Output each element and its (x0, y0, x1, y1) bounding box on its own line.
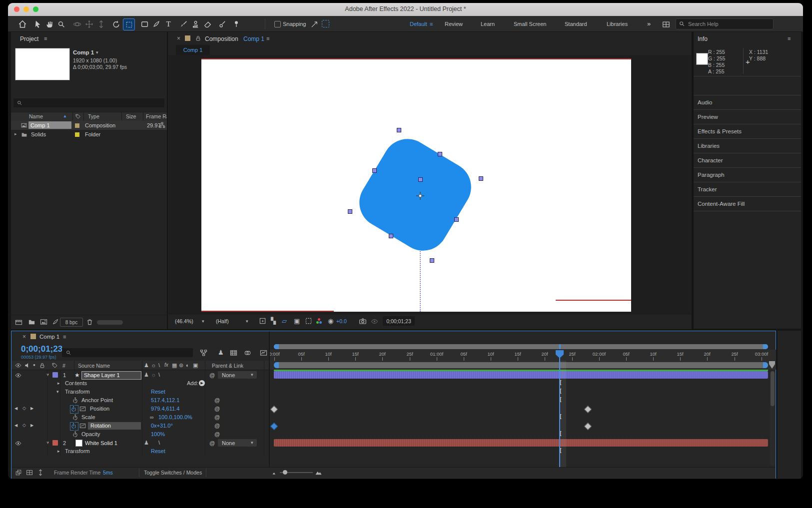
zoom-in-mountain-icon[interactable] (315, 469, 322, 476)
clone-stamp-tool[interactable] (190, 18, 201, 29)
panel-audio[interactable]: Audio (698, 99, 712, 105)
property-label[interactable]: Opacity (81, 431, 100, 437)
transform-reset-link[interactable]: Reset (151, 448, 165, 454)
exposure-icon[interactable]: ◉ (328, 317, 333, 325)
motion-blur-icon[interactable] (244, 349, 251, 357)
project-comp-name[interactable]: Comp 1 (73, 49, 94, 55)
chevron-down-icon[interactable]: ▾ (202, 319, 204, 324)
snap-angle-icon[interactable] (309, 18, 320, 29)
project-panel-menu-icon[interactable]: ≡ (44, 35, 47, 41)
composition-panel-menu-icon[interactable]: ≡ (266, 35, 269, 41)
column-size[interactable]: Size (126, 113, 136, 119)
composition-panel-comp-name[interactable]: Comp 1 (243, 35, 264, 42)
property-value[interactable]: 0x+31.0° (151, 423, 173, 429)
panel-content-aware-fill[interactable]: Content-Aware Fill (698, 201, 745, 207)
snapshot-camera-icon[interactable] (359, 317, 367, 325)
expand-inout-pane-icon[interactable] (37, 469, 44, 476)
time-navigator-track[interactable] (274, 344, 768, 349)
graph-icon[interactable] (79, 423, 86, 429)
layer-label-swatch[interactable] (52, 372, 58, 378)
panel-tracker[interactable]: Tracker (698, 186, 717, 192)
mask-visibility-icon[interactable]: ▱ (282, 317, 287, 325)
column-type[interactable]: Type (88, 113, 99, 119)
exposure-value[interactable]: +0.0 (336, 318, 347, 324)
project-row-name[interactable]: Solids (31, 131, 46, 137)
puppet-pin-tool[interactable] (231, 18, 242, 29)
pen-tool[interactable] (151, 18, 162, 29)
add-property-button[interactable]: ▶ (199, 380, 205, 386)
tag-icon[interactable] (75, 113, 81, 119)
expand-switches-pane-icon[interactable] (26, 469, 33, 476)
workspace-tab-libraries[interactable]: Libraries (607, 21, 628, 27)
hand-tool[interactable] (44, 18, 55, 29)
snapping-checkbox[interactable] (274, 21, 281, 27)
type-tool[interactable]: T (163, 18, 174, 29)
interpret-footage-icon[interactable] (15, 318, 22, 326)
selection-tool[interactable] (32, 18, 43, 29)
work-area-bar[interactable] (274, 362, 768, 368)
project-flowchart-icon[interactable] (52, 318, 59, 325)
prev-keyframe-icon[interactable]: ◀ (14, 423, 17, 428)
property-label[interactable]: Scale (81, 414, 95, 420)
project-search-input[interactable] (13, 98, 164, 107)
panel-libraries[interactable]: Libraries (698, 143, 720, 149)
transform-label[interactable]: Transform (65, 389, 90, 395)
resolution-value[interactable]: (Half) (216, 318, 229, 324)
rotation-tool[interactable] (110, 18, 121, 29)
timeline-scrollbar-thumb[interactable] (771, 371, 775, 406)
mini-flowchart-icon[interactable] (200, 349, 207, 357)
property-pickwhip-icon[interactable]: @ (214, 423, 220, 429)
property-label[interactable]: Anchor Point (81, 397, 113, 403)
property-pickwhip-icon[interactable]: @ (214, 406, 220, 412)
info-panel-title[interactable]: Info (698, 35, 708, 42)
transform-reset-link[interactable]: Reset (151, 389, 165, 395)
playhead-line[interactable] (559, 350, 560, 467)
workspace-overflow-icon[interactable]: » (647, 20, 651, 27)
shape-tool[interactable] (139, 18, 150, 29)
chevron-down-icon[interactable]: ▾ (246, 319, 248, 324)
timeline-split-divider[interactable] (269, 331, 270, 467)
workspace-menu-icon[interactable]: ≡ (430, 21, 433, 27)
add-keyframe-icon[interactable]: ◇ (22, 406, 26, 411)
stopwatch-icon[interactable] (72, 431, 78, 438)
region-of-interest-icon[interactable]: ▣ (294, 317, 300, 325)
composition-tab[interactable]: Comp 1 (176, 45, 210, 55)
panel-paragraph[interactable]: Paragraph (698, 172, 725, 178)
workspace-tab-review[interactable]: Review (445, 21, 463, 27)
stopwatch-icon[interactable] (72, 414, 78, 421)
project-panel-title[interactable]: Project (20, 35, 38, 42)
zoom-out-mountain-icon[interactable] (271, 470, 278, 476)
workspace-tab-default[interactable]: Default (410, 21, 427, 27)
brush-tool[interactable] (178, 18, 189, 29)
composition-panel-title[interactable]: Composition (205, 35, 238, 42)
eraser-tool[interactable] (202, 18, 213, 29)
project-row-name[interactable]: Comp 1 (30, 122, 50, 128)
workspace-manage-icon[interactable] (661, 19, 672, 30)
delete-item-icon[interactable] (86, 318, 93, 326)
workspace-tab-standard[interactable]: Standard (565, 21, 587, 27)
panel-effects-presets[interactable]: Effects & Presets (698, 128, 742, 134)
home-tool[interactable] (17, 18, 28, 29)
collapse-icon[interactable]: ▾ (56, 389, 59, 394)
magnification-value[interactable]: (46.4%) (175, 318, 193, 324)
viewer-timecode-field[interactable]: 0;00;01;23 (383, 316, 415, 326)
chevron-down-icon[interactable]: ▾ (96, 50, 98, 55)
parent-pickwhip-icon[interactable]: @ (209, 372, 215, 378)
close-panel-icon[interactable]: × (177, 35, 180, 42)
time-navigator-end-handle[interactable] (763, 344, 768, 349)
roto-brush-tool[interactable] (217, 18, 228, 29)
close-panel-icon[interactable]: × (22, 333, 26, 340)
sort-ascending-icon[interactable]: ▲ (63, 114, 67, 118)
new-folder-icon[interactable] (28, 318, 35, 326)
view-options-icon[interactable] (305, 317, 312, 325)
panel-preview[interactable]: Preview (698, 114, 718, 120)
layer-visibility-eye-icon[interactable] (15, 440, 21, 447)
graph-icon[interactable] (79, 406, 86, 412)
axis-mode-tool[interactable] (123, 18, 135, 30)
property-value[interactable]: 100.0,100.0% (158, 414, 192, 420)
timeline-tab[interactable]: Comp 1 (39, 334, 59, 340)
show-snapshot-icon[interactable] (371, 318, 378, 325)
timeline-menu-icon[interactable]: ≡ (63, 334, 66, 340)
next-keyframe-icon[interactable]: ▶ (30, 423, 33, 428)
workspace-tab-small-screen[interactable]: Small Screen (514, 21, 546, 27)
